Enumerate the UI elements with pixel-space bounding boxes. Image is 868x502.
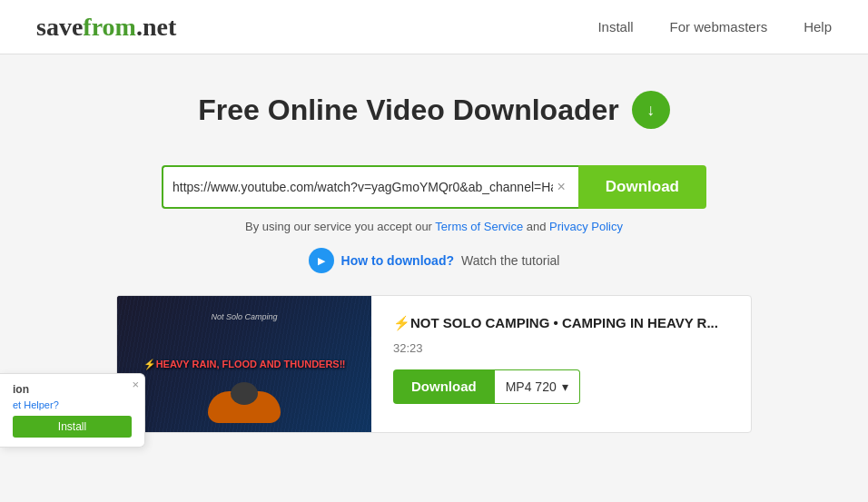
url-input[interactable] xyxy=(173,180,553,194)
format-label: MP4 720 xyxy=(506,379,557,394)
result-duration: 32:23 xyxy=(393,341,729,355)
result-title: ⚡NOT SOLO CAMPING • CAMPING IN HEAVY R..… xyxy=(393,314,729,332)
search-input-wrapper: × xyxy=(162,165,578,209)
result-actions: Download MP4 720 ▾ xyxy=(393,369,729,404)
hero-title-text: Free Online Video Downloader xyxy=(198,94,619,127)
result-card: Not Solo Camping ⚡HEAVY RAIN, FLOOD AND … xyxy=(116,295,752,433)
result-info: ⚡NOT SOLO CAMPING • CAMPING IN HEAVY R..… xyxy=(371,296,751,432)
video-thumbnail: Not Solo Camping ⚡HEAVY RAIN, FLOOD AND … xyxy=(117,296,371,432)
header: savefrom.net Install For webmasters Help xyxy=(0,0,868,54)
nav-install[interactable]: Install xyxy=(597,19,633,34)
watch-tutorial-text: Watch the tutorial xyxy=(461,253,559,268)
terms-text: By using our service you accept our Term… xyxy=(245,220,623,233)
popup-install-button[interactable]: Install xyxy=(13,416,132,438)
popup-close-button[interactable]: × xyxy=(132,378,139,391)
result-download-button[interactable]: Download xyxy=(393,369,495,404)
search-row: × Download xyxy=(162,165,706,209)
dropdown-arrow: ▾ xyxy=(562,379,568,394)
search-download-button[interactable]: Download xyxy=(578,165,706,209)
nav-for-webmasters[interactable]: For webmasters xyxy=(670,19,768,34)
how-to-row: ▶ How to download? Watch the tutorial xyxy=(309,248,560,273)
privacy-link[interactable]: Privacy Policy xyxy=(549,220,623,233)
thumb-person-shape xyxy=(208,391,281,423)
format-dropdown[interactable]: MP4 720 ▾ xyxy=(495,369,580,404)
play-icon: ▶ xyxy=(309,248,334,273)
logo: savefrom.net xyxy=(36,13,176,42)
download-icon-badge: ↓ xyxy=(632,91,670,129)
popup-title-line1: ion xyxy=(13,383,132,396)
popup-title-line2[interactable]: et Helper? xyxy=(13,399,132,410)
main-nav: Install For webmasters Help xyxy=(597,19,832,34)
thumb-subtitle: Not Solo Camping xyxy=(117,312,371,321)
popup-notification: × ion et Helper? Install xyxy=(0,373,145,448)
thumb-main-text: ⚡HEAVY RAIN, FLOOD AND THUNDERS‼ xyxy=(143,358,346,370)
hero-title: Free Online Video Downloader ↓ xyxy=(198,91,670,129)
how-to-link[interactable]: How to download? xyxy=(341,253,454,268)
nav-help[interactable]: Help xyxy=(804,19,832,34)
clear-button[interactable]: × xyxy=(553,177,568,197)
tos-link[interactable]: Terms of Service xyxy=(435,220,523,233)
